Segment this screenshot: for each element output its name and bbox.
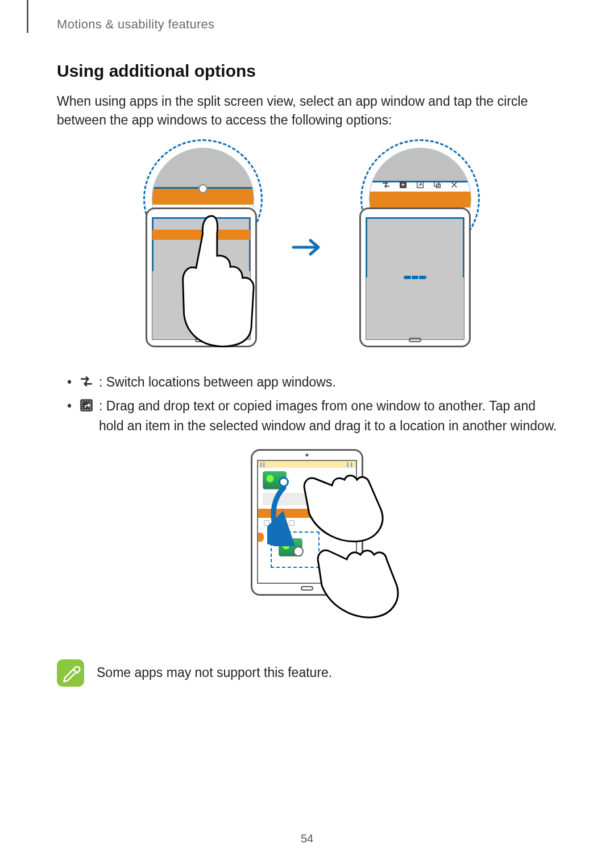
zoom-toolbar-row — [370, 178, 471, 191]
list-item: : Drag and drop text or copied images fr… — [67, 396, 557, 435]
chevron-down-icon: ▾ — [350, 510, 352, 516]
figure-split-screen-options — [57, 145, 557, 350]
zoom-top-pane — [152, 148, 254, 189]
top-app-pane — [366, 218, 464, 277]
close-icon — [450, 180, 459, 189]
tablet-device-right — [359, 207, 471, 347]
options-list: : Switch locations between app windows. … — [57, 372, 557, 436]
drag-arrow-icon — [267, 484, 296, 546]
split-handle-expanded — [404, 276, 426, 279]
zoom-orange-bar — [370, 192, 471, 207]
app-topbar: ▌▌▌ ▌ — [258, 461, 356, 468]
tablet-device-left — [146, 207, 257, 347]
figure-left — [126, 145, 274, 350]
note-icon — [57, 659, 84, 687]
note-text: Some apps may not support this feature. — [97, 659, 332, 680]
maximize-icon — [416, 180, 425, 189]
orange-app-bar — [152, 230, 250, 240]
list-item-text: : Drag and drop text or copied images fr… — [99, 398, 557, 433]
drag-content-icon — [399, 180, 408, 189]
home-button-icon — [195, 338, 208, 342]
tablet-screen-dragdrop: ▌▌▌ ▌ ▾ — [257, 460, 357, 584]
intro-paragraph: When using apps in the split screen view… — [57, 92, 557, 130]
camera-dot-icon — [306, 454, 309, 456]
drag-content-icon — [78, 397, 94, 413]
tablet-device-dragdrop: ▌▌▌ ▌ ▾ — [251, 449, 363, 596]
arrow-right-icon — [290, 230, 324, 264]
zoom-top-pane — [370, 148, 471, 183]
page: Motions & usability features Using addit… — [0, 0, 614, 868]
tablet-screen-right — [366, 217, 464, 340]
section-title: Using additional options — [57, 61, 557, 81]
switch-windows-icon — [381, 180, 391, 189]
home-button-icon — [409, 338, 421, 342]
figure-right — [340, 145, 488, 350]
tablet-screen-left — [152, 217, 251, 340]
list-item-text: : Switch locations between app windows. — [99, 375, 336, 389]
list-item: : Switch locations between app windows. — [67, 372, 557, 392]
split-handle — [197, 269, 206, 273]
top-app-pane — [152, 218, 250, 271]
home-button-icon — [301, 586, 313, 591]
popup-window-icon — [433, 180, 442, 189]
zoom-handle-dot — [198, 184, 208, 193]
side-tab-icon — [258, 533, 264, 542]
page-number: 54 — [301, 832, 313, 845]
figure-drag-drop: ▌▌▌ ▌ ▾ — [57, 449, 557, 637]
breadcrumb: Motions & usability features — [40, 17, 557, 32]
header-rule — [27, 0, 28, 33]
switch-windows-icon — [78, 373, 94, 389]
note-block: Some apps may not support this feature. — [57, 659, 557, 687]
